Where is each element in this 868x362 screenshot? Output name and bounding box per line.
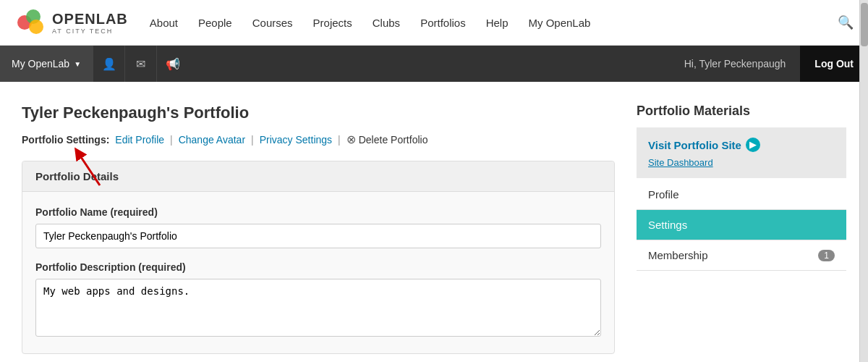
svg-line-4 [78, 153, 100, 185]
portfolio-description-label: Portfolio Description (required) [35, 261, 601, 273]
portfolio-name-input[interactable] [35, 224, 601, 248]
site-dashboard-link[interactable]: Site Dashboard [648, 157, 713, 168]
nav-people[interactable]: People [198, 17, 232, 29]
nav-help[interactable]: Help [486, 17, 509, 29]
nav-my-openlab[interactable]: My OpenLab [529, 17, 591, 29]
search-icon[interactable]: 🔍 [838, 14, 854, 30]
sidebar-menu: Profile Settings Membership 1 [637, 180, 846, 271]
sidebar-item-profile[interactable]: Profile [637, 180, 846, 210]
page-title: Tyler Peckenpaugh's Portfolio [22, 104, 615, 122]
right-nav: Hi, Tyler Peckenpaugh Log Out [670, 46, 868, 82]
sidebar-profile-label: Profile [648, 188, 679, 201]
main-nav: About People Courses Projects Clubs Port… [150, 17, 838, 29]
my-openlab-dropdown[interactable]: My OpenLab ▼ [0, 46, 93, 82]
logo-area[interactable]: OPENLAB AT CITY TECH [14, 7, 128, 38]
change-avatar-link[interactable]: Change Avatar [179, 134, 245, 146]
logo-openlab-text: OPENLAB [52, 11, 128, 28]
messages-icon[interactable]: ✉ [124, 46, 156, 82]
privacy-settings-link[interactable]: Privacy Settings [260, 134, 332, 146]
top-nav: OPENLAB AT CITY TECH About People Course… [0, 0, 868, 46]
nav-about[interactable]: About [150, 17, 178, 29]
portfolio-settings-label: Portfolio Settings: [22, 134, 109, 146]
sidebar-title: Portfolio Materials [637, 104, 846, 119]
visit-portfolio-label: Visit Portfolio Site [648, 139, 741, 151]
portfolio-description-textarea[interactable] [35, 279, 601, 337]
greeting-text: Hi, Tyler Peckenpaugh [670, 58, 801, 70]
logo-icon [14, 7, 46, 38]
content-area: Tyler Peckenpaugh's Portfolio Portfolio … [0, 82, 868, 362]
sidebar-item-settings[interactable]: Settings [637, 210, 846, 240]
notifications-icon[interactable]: 📢 [156, 46, 188, 82]
my-openlab-label: My OpenLab [12, 58, 69, 70]
portfolio-name-label: Portfolio Name (required) [35, 206, 601, 218]
nav-courses[interactable]: Courses [252, 17, 293, 29]
delete-icon: ⊗ [346, 132, 356, 146]
membership-badge: 1 [818, 250, 835, 261]
sidebar-settings-label: Settings [648, 219, 687, 231]
main-content: Tyler Peckenpaugh's Portfolio Portfolio … [22, 104, 615, 354]
delete-portfolio-label: Delete Portfolio [359, 134, 428, 146]
dropdown-caret-icon: ▼ [74, 60, 81, 68]
nav-projects[interactable]: Projects [313, 17, 352, 29]
sidebar-item-membership[interactable]: Membership 1 [637, 240, 846, 271]
profile-icon[interactable]: 👤 [93, 46, 124, 82]
nav-portfolios[interactable]: Portfolios [420, 17, 466, 29]
nav-clubs[interactable]: Clubs [373, 17, 400, 29]
visit-portfolio-link[interactable]: Visit Portfolio Site ▶ [648, 138, 835, 152]
separator-3: | [338, 134, 341, 146]
logo-citytech-text: AT CITY TECH [52, 28, 128, 35]
right-sidebar: Portfolio Materials Visit Portfolio Site… [637, 104, 846, 354]
separator-2: | [251, 134, 254, 146]
delete-portfolio-link[interactable]: ⊗ Delete Portfolio [346, 132, 428, 146]
portfolio-settings-bar: Portfolio Settings: Edit Profile | Chang… [22, 132, 615, 146]
logout-button[interactable]: Log Out [800, 46, 868, 82]
visit-portfolio-box: Visit Portfolio Site ▶ Site Dashboard [637, 127, 846, 178]
secondary-nav: My OpenLab ▼ 👤 ✉ 📢 Hi, Tyler Peckenpaugh… [0, 46, 868, 82]
portfolio-details-body: Portfolio Name (required) Portfolio Desc… [22, 192, 614, 353]
separator-1: | [170, 134, 173, 146]
edit-profile-link[interactable]: Edit Profile [115, 134, 164, 146]
scrollbar[interactable] [859, 0, 868, 362]
sidebar-membership-label: Membership [648, 249, 708, 261]
red-arrow-annotation [71, 146, 114, 191]
visit-portfolio-arrow-icon: ▶ [746, 138, 760, 152]
svg-point-2 [29, 20, 43, 34]
